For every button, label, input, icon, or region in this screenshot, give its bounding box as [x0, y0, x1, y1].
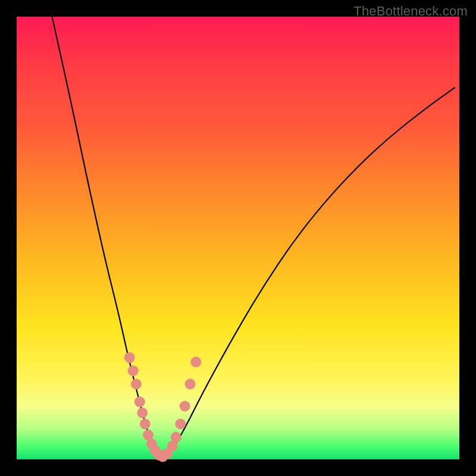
curve-marker	[134, 396, 145, 407]
marker-group	[124, 352, 202, 462]
curve-marker	[175, 419, 186, 430]
curve-marker	[128, 365, 139, 376]
curve-svg	[17, 17, 459, 459]
curve-marker	[131, 379, 142, 390]
curve-marker	[180, 401, 190, 412]
curve-marker	[171, 432, 181, 443]
chart-frame: TheBottleneck.com	[0, 0, 476, 476]
curve-marker	[140, 419, 151, 430]
curve-marker	[137, 408, 148, 418]
bottleneck-curve	[52, 17, 455, 456]
watermark-text: TheBottleneck.com	[353, 4, 468, 19]
curve-marker	[185, 379, 196, 390]
curve-marker	[190, 356, 201, 367]
curve-marker	[124, 352, 135, 363]
plot-area	[17, 17, 459, 459]
